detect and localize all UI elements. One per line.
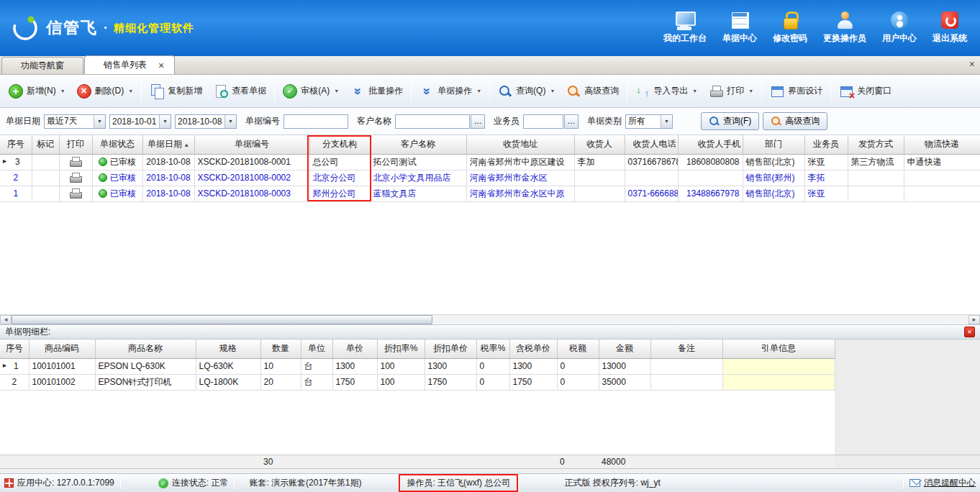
order-row-cell-receiver[interactable] [574,186,625,201]
col-header-branch[interactable]: 分支机构 [309,135,370,154]
detail-row-cell-tax[interactable]: 0 [557,374,599,390]
order-row-cell-customer[interactable]: 拓公司测试 [370,154,466,170]
col-header-price[interactable]: 单价 [332,340,377,358]
detail-row-cell-taxprice[interactable]: 1750 [509,374,557,390]
detail-row-cell-tax[interactable]: 0 [557,358,599,374]
order-row-cell-receiver[interactable] [574,170,625,186]
detail-row-cell-price[interactable]: 1300 [332,358,377,374]
detail-row-cell-ref[interactable] [722,374,835,390]
order-row-cell-date[interactable]: 2018-10-08 [142,154,194,170]
col-header-ref[interactable]: 引单信息 [722,340,835,358]
doc-no-input[interactable] [283,114,348,129]
order-row-cell-salesman[interactable]: 张亚 [804,186,848,201]
detail-row[interactable]: 2100101002EPSON针式打印机LQ-1800K20台175010017… [0,374,835,390]
order-row-cell-mark[interactable] [32,154,59,170]
order-row-cell-seq[interactable]: 2 [0,170,32,186]
order-row-cell-date[interactable]: 2018-10-08 [142,170,194,186]
scrollbar-track[interactable] [12,315,968,324]
detail-row[interactable]: ▸1100101001EPSON LQ-630KLQ-630K10台130010… [0,358,835,374]
order-row-cell-phone[interactable]: 03716678678 [625,154,678,170]
scrollbar-thumb[interactable] [12,315,432,324]
order-row-cell-status[interactable]: 已审核 [92,170,142,186]
order-row-cell-ship[interactable] [848,186,904,201]
detail-row-cell-amount[interactable]: 35000 [599,374,650,390]
order-row-cell-seq[interactable]: ▸3 [0,154,32,170]
salesman-lookup-button[interactable]: … [564,114,579,129]
order-row-cell-mobile[interactable] [678,170,743,186]
nav-operator[interactable]: 更换操作员 [823,12,866,45]
col-header-date[interactable]: 单据日期 ▲ [142,135,194,154]
order-row-cell-seq[interactable]: 1 [0,186,32,201]
toolbar-advsearch-button[interactable]: 高级查询 [561,81,625,101]
col-header-docno[interactable]: 单据编号 [194,135,309,154]
toolbar-closewin-button[interactable]: 关闭窗口 [833,81,897,101]
col-header-logistics[interactable]: 物流快递 [904,135,980,154]
order-row-cell-print[interactable] [59,154,92,170]
order-row[interactable]: 2已审核2018-10-08XSCKD-20181008-0002北京分公司北京… [0,170,980,186]
col-header-note[interactable]: 备注 [650,340,722,358]
detail-row-cell-unit[interactable]: 台 [301,374,332,390]
col-header-discprice[interactable]: 折扣单价 [425,340,476,358]
col-header-salesman[interactable]: 业务员 [804,135,848,154]
col-header-code[interactable]: 商品编码 [29,340,95,358]
order-row-cell-dept[interactable]: 销售部(北京) [743,186,804,201]
nav-workspace[interactable]: 我的工作台 [663,12,707,45]
order-row-cell-dept[interactable]: 销售部(北京) [743,154,804,170]
detail-row-cell-discrate[interactable]: 100 [377,374,425,390]
nav-usercenter[interactable]: 用户中心 [882,12,917,45]
toolbar-print-button[interactable]: 打印▼ [703,81,759,101]
order-row-cell-customer[interactable]: 北京小学文具用品店 [370,170,466,186]
col-header-unit[interactable]: 单位 [301,340,332,358]
col-header-taxprice[interactable]: 含税单价 [509,340,557,358]
detail-row-cell-unit[interactable]: 台 [301,358,332,374]
col-header-customer[interactable]: 客户名称 [370,135,466,154]
printer-icon[interactable] [70,173,82,182]
detail-row-cell-qty[interactable]: 10 [260,358,301,374]
order-row-cell-logistics[interactable]: 申通快递 [904,154,980,170]
nav-exit[interactable]: 退出系统 [933,12,967,45]
order-row-cell-salesman[interactable]: 李拓 [804,170,848,186]
detail-row-cell-amount[interactable]: 13000 [599,358,650,374]
order-row-cell-docno[interactable]: XSCKD-20181008-0003 [194,186,309,201]
col-header-phone[interactable]: 收货人电话 [625,135,678,154]
order-row-cell-logistics[interactable] [904,170,980,186]
order-row-cell-address[interactable]: 河南省郑州市金水区 [466,170,574,186]
message-center-link[interactable]: 消息提醒中心 [909,477,976,489]
order-row-cell-date[interactable]: 2018-10-08 [142,186,194,201]
col-header-print[interactable]: 打印 [59,135,92,154]
order-row-cell-ship[interactable]: 第三方物流 [848,154,904,170]
detail-row-cell-ref[interactable] [722,358,835,374]
order-row-cell-logistics[interactable] [904,186,980,201]
order-row-cell-address[interactable]: 河南省郑州市金水区中原 [466,186,574,201]
order-row[interactable]: 1已审核2018-10-08XSCKD-20181008-0003郑州分公司蓝猫… [0,186,980,201]
col-header-seq[interactable]: 序号 [0,135,32,154]
toolbar-batch-button[interactable]: 批量操作 [345,81,409,101]
order-row-cell-mark[interactable] [32,170,59,186]
col-header-ship[interactable]: 发货方式 [848,135,904,154]
tab-close-icon[interactable]: × [158,60,164,70]
detail-row-cell-taxprice[interactable]: 1300 [509,358,557,374]
nav-password[interactable]: 修改密码 [773,12,807,45]
horizontal-scrollbar[interactable]: ◄ ► [0,314,980,325]
customer-input[interactable] [395,114,470,129]
printer-icon[interactable] [70,188,82,198]
scroll-left-icon[interactable]: ◄ [0,315,12,324]
detail-row-cell-spec[interactable]: LQ-1800K [196,374,260,390]
detail-row-cell-note[interactable] [650,358,722,374]
order-row-cell-customer[interactable]: 蓝猫文具店 [370,186,466,201]
toolbar-search-button[interactable]: 查询(Q)▼ [492,81,561,101]
scroll-right-icon[interactable]: ► [968,315,980,324]
salesman-input[interactable] [523,114,563,129]
toolbar-impexp-button[interactable]: 导入导出▼ [630,81,703,101]
toolbar-view-button[interactable]: 查看单据 [208,81,272,101]
col-header-qty[interactable]: 数量 [260,340,301,358]
toolbar-docop-button[interactable]: 单据操作▼ [414,81,487,101]
col-header-address[interactable]: 收货地址 [466,135,574,154]
toolbar-audit-button[interactable]: 审核(A)▼ [277,81,345,101]
col-header-name[interactable]: 商品名称 [95,340,196,358]
col-header-discrate[interactable]: 折扣率% [377,340,425,358]
order-row-cell-print[interactable] [59,186,92,201]
col-header-mark[interactable]: 标记 [32,135,59,154]
date-to-select[interactable]: 2018-10-08▼ [175,114,237,129]
tabstrip-close-icon[interactable]: × [969,59,975,69]
